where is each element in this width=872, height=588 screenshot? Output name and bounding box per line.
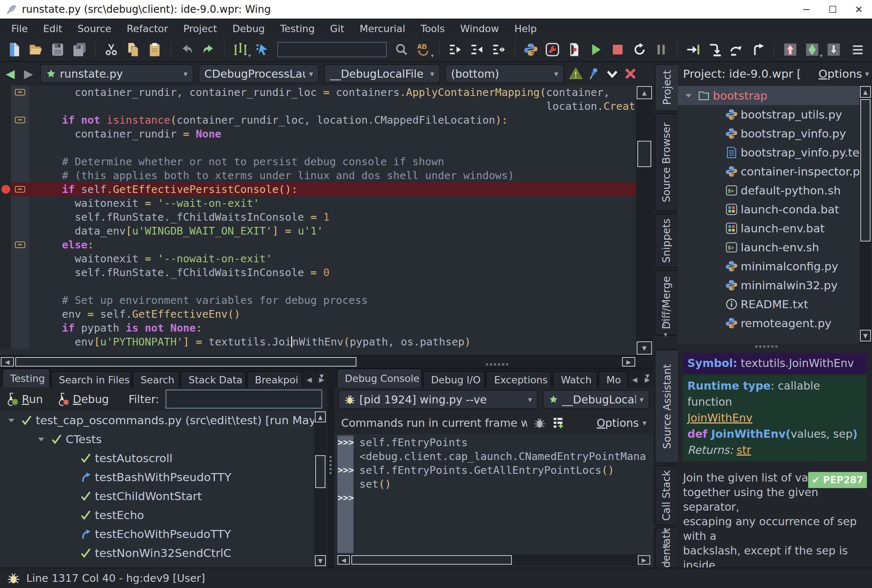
runscope-dropdown[interactable]: __DebugLocalFile(): runs▾	[543, 390, 650, 409]
indent-widen-button[interactable]	[489, 39, 509, 60]
fold-margin[interactable]	[11, 86, 29, 99]
menu-debug[interactable]: Debug	[225, 19, 273, 38]
warning-icon[interactable]	[569, 67, 582, 80]
testing-vscrollbar[interactable]: ▲ ▼	[314, 411, 327, 566]
debug-restart-button[interactable]	[630, 39, 650, 60]
breakpoint-margin[interactable]	[0, 99, 11, 113]
code-line[interactable]: if pypath is not None:	[0, 321, 636, 335]
step-out-button[interactable]	[749, 39, 768, 60]
code-editor[interactable]: container_rundir, container_rundir_loc =…	[0, 86, 636, 355]
side-tabs-more-icon[interactable]: ▾	[654, 330, 677, 339]
code-line[interactable]: env = self.GetEffectiveEnv()	[0, 307, 636, 321]
breakpoint-margin[interactable]	[0, 252, 11, 266]
side-tab-call-stack[interactable]: Call Stack	[654, 465, 677, 526]
replace-button[interactable]: AB▾	[413, 39, 433, 60]
menu-mercurial[interactable]: Mercurial	[352, 19, 413, 38]
console-line[interactable]: >>>self.fEntryPoints.GetAllEntryPointLoc…	[338, 463, 650, 477]
test-tree-item[interactable]: CTests	[0, 430, 314, 448]
project-tree-item[interactable]: $>launch-env.sh	[678, 238, 860, 257]
debug-stop-button[interactable]	[608, 39, 627, 60]
console-tab-mo[interactable]: Mo	[598, 371, 628, 387]
debug-options-button[interactable]	[543, 39, 562, 60]
scroll-down-icon[interactable]: ▼	[315, 555, 326, 566]
fold-marker-icon[interactable]	[15, 117, 25, 123]
test-tree-item[interactable]: testChildWontStart	[0, 487, 314, 506]
fold-margin[interactable]	[11, 321, 29, 335]
breakpoint-margin[interactable]	[0, 307, 11, 321]
fold-margin[interactable]	[11, 168, 29, 182]
undo-button[interactable]	[177, 39, 197, 60]
console-line[interactable]: >>>	[338, 491, 650, 505]
project-tree-item[interactable]: minimalwin32.py	[678, 276, 860, 295]
expander-icon[interactable]	[35, 433, 47, 446]
vcs-update-button[interactable]	[824, 39, 844, 60]
project-tree-item[interactable]: bootstrap_utils.py	[678, 105, 860, 124]
project-tree-item[interactable]: container-inspector.py	[678, 162, 860, 181]
project-tree-item[interactable]: launch-conda.bat	[678, 200, 860, 219]
fold-marker-icon[interactable]	[15, 242, 25, 248]
console-hscroll-thumb[interactable]	[351, 555, 512, 565]
code-line[interactable]: # Set up environment variables for debug…	[0, 293, 636, 307]
fold-margin[interactable]	[11, 99, 29, 113]
scroll-up-icon[interactable]: ▲	[637, 86, 652, 99]
fold-margin[interactable]	[11, 224, 29, 238]
fold-margin[interactable]	[11, 141, 29, 154]
scroll-right-icon[interactable]: ▶	[638, 555, 650, 565]
breakpoint-margin[interactable]	[0, 335, 11, 349]
code-line[interactable]: waitonexit = '--nowait-on-exit'	[0, 252, 636, 266]
side-tabs-up-icon[interactable]: ▲	[654, 525, 677, 534]
search-button[interactable]	[392, 39, 411, 60]
side-tab-project[interactable]: Project	[654, 64, 678, 111]
run-to-cursor-button[interactable]	[683, 39, 703, 60]
pin-icon[interactable]	[587, 67, 600, 80]
console-options-button[interactable]: Options▾	[597, 417, 647, 429]
test-tree-item[interactable]: testAutoscroll	[0, 448, 314, 468]
console-tab-watch[interactable]: Watch	[553, 371, 597, 387]
breakpoint-margin[interactable]	[0, 196, 11, 210]
step-over-button[interactable]	[727, 39, 746, 60]
breakpoint-margin[interactable]	[0, 210, 11, 224]
add-watch-icon[interactable]	[552, 416, 565, 429]
project-tree-item[interactable]: launch-env.bat	[678, 219, 860, 238]
project-tree-item[interactable]: remoteagent.py	[678, 314, 860, 333]
code-line[interactable]: container_rundir = None	[0, 127, 636, 141]
code-line[interactable]: # Determine whether or not to persist de…	[0, 154, 636, 168]
fold-marker-icon[interactable]	[15, 186, 25, 193]
test-tree-item[interactable]: testEchoWithPseudoTTY	[0, 525, 314, 543]
breakpoint-margin[interactable]	[0, 182, 11, 196]
code-line[interactable]: if not isinstance(container_rundir_loc, …	[0, 113, 636, 127]
pause-button[interactable]	[651, 39, 671, 60]
breakpoint-margin[interactable]	[0, 321, 11, 335]
testing-vscroll-thumb[interactable]	[315, 455, 326, 488]
scroll-up-icon[interactable]: ▲	[860, 86, 871, 98]
code-line[interactable]: location.Create	[0, 99, 636, 113]
collapse-chevron-icon[interactable]	[606, 67, 619, 80]
test-tree-item[interactable]: testBashWithPseudoTTY	[0, 468, 314, 487]
breakpoint-margin[interactable]	[0, 168, 11, 182]
menu-testing[interactable]: Testing	[273, 19, 323, 38]
editor-hscrollbar[interactable]: ◀ ▶	[0, 355, 653, 368]
fold-margin[interactable]	[11, 252, 29, 266]
debug-toggle-icon[interactable]	[533, 416, 546, 429]
code-line[interactable]: env[u'PYTHONPATH'] = textutils.JoinWithE…	[0, 335, 636, 349]
editor-hscroll-thumb[interactable]	[15, 357, 356, 367]
process-dropdown[interactable]: [pid 1924] wing.py --ve▾	[338, 390, 538, 409]
testing-tab-search[interactable]: Search	[132, 371, 180, 387]
symbol-link[interactable]: JoinWithEnv	[687, 411, 752, 424]
paste-button[interactable]	[145, 39, 165, 60]
project-tree-item[interactable]: README.txt	[678, 295, 860, 314]
redo-button[interactable]	[199, 39, 219, 60]
scope-dropdown[interactable]: __DebugLocalFile▾	[324, 64, 440, 83]
breakpoint-margin[interactable]	[0, 127, 11, 141]
new-file-button[interactable]	[5, 39, 24, 60]
console-hscrollbar[interactable]: ◀ ▶	[338, 555, 650, 566]
side-tab-source-browser[interactable]: Source Browser	[654, 113, 677, 212]
menu-button[interactable]	[848, 39, 867, 60]
menu-edit[interactable]: Edit	[35, 19, 70, 38]
console-line[interactable]: <debug.client.cap_launch.CNamedEntryPoin…	[338, 449, 650, 463]
fold-margin[interactable]	[11, 238, 29, 252]
fold-margin[interactable]	[11, 293, 29, 307]
menu-source[interactable]: Source	[70, 19, 119, 38]
scroll-down-icon[interactable]: ▼	[860, 330, 871, 341]
project-options-button[interactable]: Options▾	[818, 67, 869, 80]
